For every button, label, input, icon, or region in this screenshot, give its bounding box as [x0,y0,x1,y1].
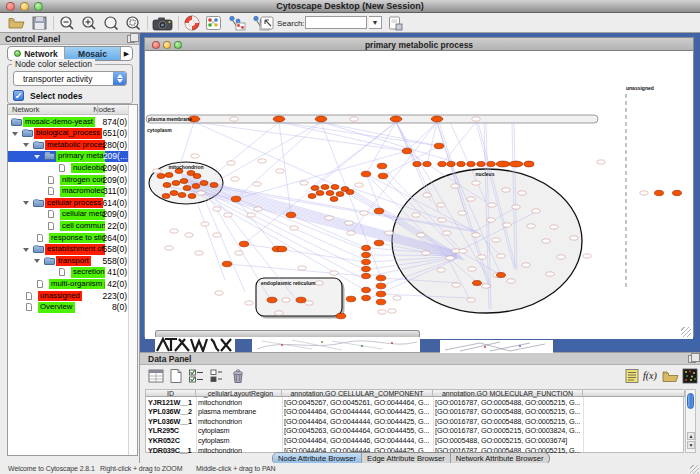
network-node[interactable] [231,196,241,202]
delete-attribute-icon[interactable] [230,368,246,384]
tree-row[interactable]: response to stimulu264(0) [8,232,129,244]
network-node[interactable] [178,193,186,198]
node-label-oval[interactable] [235,251,243,255]
scroll-down-button[interactable]: ▼ [687,441,695,449]
network-node[interactable] [239,241,249,247]
table-cell[interactable]: [GO:0044464, GO:0044444, GO:0044425, G..… [284,407,432,417]
expand-arrow-icon[interactable] [12,132,18,136]
table-cell[interactable]: YKR052C [148,436,195,446]
node-label-oval[interactable] [527,224,535,228]
network-node[interactable] [336,192,344,197]
network-node[interactable] [210,183,218,188]
table-column-header[interactable]: _cellularLayoutRegion [196,390,282,397]
data-panel-float-icon[interactable] [688,355,696,363]
network-node[interactable] [331,185,339,190]
network-node[interactable] [673,190,682,195]
node-label-oval[interactable] [487,218,495,222]
network-node[interactable] [376,275,386,281]
node-label-oval[interactable] [532,209,540,213]
table-cell[interactable]: mitochondrion [198,446,281,456]
network-node[interactable] [431,116,443,122]
network-node[interactable] [315,116,327,122]
node-label-oval[interactable] [417,233,425,237]
table-cell[interactable]: mitochondrion [198,417,281,427]
node-label-oval[interactable] [472,181,480,185]
attribute-table[interactable]: ID_cellularLayoutRegionannotation.GO CEL… [145,389,684,453]
network-node[interactable] [496,161,510,167]
tree-row[interactable]: unassigned223(0) [8,290,129,302]
node-label-oval[interactable] [437,268,445,272]
network-node[interactable] [362,245,371,250]
network-node[interactable] [378,173,388,179]
save-search-icon[interactable] [387,15,404,31]
background-window-strip-2[interactable] [440,340,553,353]
table-cell[interactable]: [GO:0045263, GO:0044464, GO:0044455, G..… [284,426,432,436]
node-label-oval[interactable] [388,309,396,313]
node-label-oval[interactable] [300,181,308,185]
network-edge[interactable] [179,122,194,168]
attribute-legend-icon[interactable] [624,368,640,384]
network-node[interactable] [374,208,384,214]
expand-arrow-icon[interactable] [34,259,40,263]
node-label-oval[interactable] [165,246,173,250]
node-label-oval[interactable] [570,236,578,240]
network-node[interactable] [447,161,455,166]
node-label-oval[interactable] [360,211,368,215]
node-label-oval[interactable] [282,298,290,302]
background-window-titlebar[interactable] [155,330,420,337]
node-color-combobox[interactable]: transporter activity [13,71,127,86]
annotation-icon[interactable] [259,15,276,31]
network-edge[interactable] [244,244,366,262]
table-cell[interactable]: YPL036W__1 [148,417,195,427]
node-label-oval[interactable] [315,281,323,285]
plasma-membrane-region[interactable] [146,115,598,123]
network-node[interactable] [222,261,232,267]
node-label-oval[interactable] [412,213,420,217]
tree-row[interactable]: macromolecule311(0) [8,186,129,198]
table-cell[interactable]: YLR295C [148,426,195,436]
tree-row[interactable]: transport558(0) [8,255,129,267]
node-label-oval[interactable] [201,222,209,226]
network-node[interactable] [321,185,329,190]
network-node[interactable] [346,296,356,302]
node-label-oval[interactable] [298,266,306,270]
table-cell[interactable]: [GO:0044464, GO:0044444, GO:0044425, G..… [284,417,432,427]
scroll-up-button[interactable]: ▲ [687,432,695,440]
table-cell[interactable]: mitochondrion [198,398,281,408]
node-label-oval[interactable] [247,213,255,217]
node-label-oval[interactable] [583,254,591,258]
node-label-oval[interactable] [378,310,386,314]
tree-row[interactable]: nucleobase-209(0) [8,162,129,174]
zoom-fit-icon[interactable] [103,15,120,31]
node-label-oval[interactable] [213,207,221,211]
network-node[interactable] [193,174,201,179]
node-label-oval[interactable] [512,205,520,209]
network-node[interactable] [286,212,296,218]
node-label-oval[interactable] [153,169,161,173]
network-node[interactable] [477,161,485,166]
node-label-oval[interactable] [488,203,496,207]
node-label-oval[interactable] [597,160,605,164]
table-cell[interactable]: [GO:0005488, GO:0005215, GO:0003674] [435,436,582,446]
node-label-oval[interactable] [325,216,333,220]
tree-row[interactable]: nitrogen compo209(0) [8,174,129,186]
network-edge[interactable] [219,122,321,180]
network-node[interactable] [273,116,285,122]
table-cell[interactable]: [GO:0044464, GO:0044446, GO:0044444, G..… [284,436,432,446]
node-label-oval[interactable] [230,117,238,121]
network-node[interactable] [374,240,384,246]
destroy-view-icon[interactable] [227,15,247,31]
tree-row[interactable]: mosaic-demo-yeast874(0) [8,116,129,128]
function-builder-icon[interactable]: f(x) [643,368,659,384]
help-icon[interactable] [184,15,201,31]
node-label-oval[interactable] [227,161,235,165]
network-node[interactable] [376,299,386,305]
network-overview-icon[interactable] [205,15,222,31]
network-node[interactable] [423,161,431,166]
network-tree-header[interactable]: Network Nodes [8,105,137,115]
node-label-oval[interactable] [350,117,358,121]
tree-scrollbar[interactable] [128,105,137,455]
table-cell[interactable]: [GO:0016787, GO:0005488, GO:0005215, G..… [435,407,582,417]
network-node[interactable] [362,252,371,257]
node-label-oval[interactable] [451,184,459,188]
